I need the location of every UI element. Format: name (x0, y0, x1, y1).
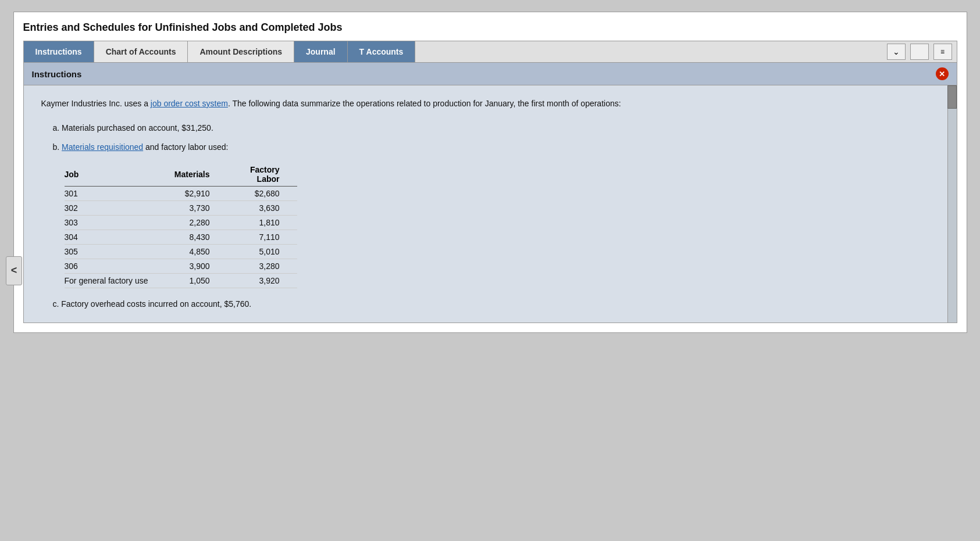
tab-chart-of-accounts[interactable]: Chart of Accounts (94, 41, 188, 62)
section-title: Instructions (32, 69, 82, 79)
cell-materials: 3,900 (158, 259, 227, 274)
cell-materials: 4,850 (158, 245, 227, 259)
cell-labor: 1,810 (227, 216, 297, 230)
cell-job: 305 (65, 245, 158, 259)
content-area: Instructions ✕ Kaymer Industries Inc. us… (23, 63, 957, 323)
intro-paragraph: Kaymer Industries Inc. uses a job order … (41, 97, 939, 110)
nav-left-button[interactable]: < (6, 256, 22, 285)
tab-t-accounts[interactable]: T Accounts (348, 41, 416, 62)
dropdown-button[interactable]: ⌄ (887, 44, 906, 60)
scrollbar-thumb[interactable] (947, 85, 957, 109)
table-row: For general factory use1,0503,920 (65, 274, 297, 288)
menu-button[interactable]: ≡ (933, 44, 952, 60)
col-job: Job (65, 163, 158, 187)
tab-amount-descriptions[interactable]: Amount Descriptions (188, 41, 294, 62)
cell-materials: 2,280 (158, 216, 227, 230)
table-row: 3048,4307,110 (65, 230, 297, 245)
cell-job: For general factory use (65, 274, 158, 288)
table-row: 3032,2801,810 (65, 216, 297, 230)
table-row: 3023,7303,630 (65, 201, 297, 216)
cell-job: 306 (65, 259, 158, 274)
cell-labor: 7,110 (227, 230, 297, 245)
cell-materials: 1,050 (158, 274, 227, 288)
materials-requisitioned-link[interactable]: Materials requisitioned (62, 142, 143, 152)
page-title: Entries and Schedules for Unfinished Job… (23, 22, 957, 34)
cell-materials: $2,910 (158, 187, 227, 201)
section-header: Instructions ✕ (24, 63, 957, 85)
cell-labor: 3,920 (227, 274, 297, 288)
cell-job: 304 (65, 230, 158, 245)
cell-labor: 3,280 (227, 259, 297, 274)
job-table-wrapper: Job Materials Factory Labor 301$2,910$2,… (65, 163, 939, 288)
tab-instructions[interactable]: Instructions (24, 41, 94, 62)
job-table: Job Materials Factory Labor 301$2,910$2,… (65, 163, 297, 288)
item-b: b. Materials requisitioned and factory l… (53, 141, 939, 153)
tab-journal[interactable]: Journal (294, 41, 348, 62)
cell-labor: 3,630 (227, 201, 297, 216)
col-materials: Materials (158, 163, 227, 187)
cell-job: 301 (65, 187, 158, 201)
blank-button-1[interactable] (910, 44, 929, 60)
item-c: c. Factory overhead costs incurred on ac… (53, 298, 939, 310)
scrollbar-track[interactable] (947, 85, 957, 323)
job-order-cost-system-link[interactable]: job order cost system (151, 99, 228, 108)
item-a: a. Materials purchased on account, $31,2… (53, 121, 939, 134)
table-row: 3063,9003,280 (65, 259, 297, 274)
cell-job: 303 (65, 216, 158, 230)
table-row: 3054,8505,010 (65, 245, 297, 259)
table-row: 301$2,910$2,680 (65, 187, 297, 201)
col-factory-labor: Factory Labor (227, 163, 297, 187)
tab-controls: ⌄ ≡ (882, 41, 957, 62)
cell-materials: 3,730 (158, 201, 227, 216)
instructions-body: Kaymer Industries Inc. uses a job order … (24, 85, 957, 323)
cell-labor: $2,680 (227, 187, 297, 201)
cell-materials: 8,430 (158, 230, 227, 245)
cell-job: 302 (65, 201, 158, 216)
tab-bar: Instructions Chart of Accounts Amount De… (23, 41, 957, 63)
close-button[interactable]: ✕ (936, 67, 949, 80)
main-container: Entries and Schedules for Unfinished Job… (13, 12, 967, 333)
cell-labor: 5,010 (227, 245, 297, 259)
